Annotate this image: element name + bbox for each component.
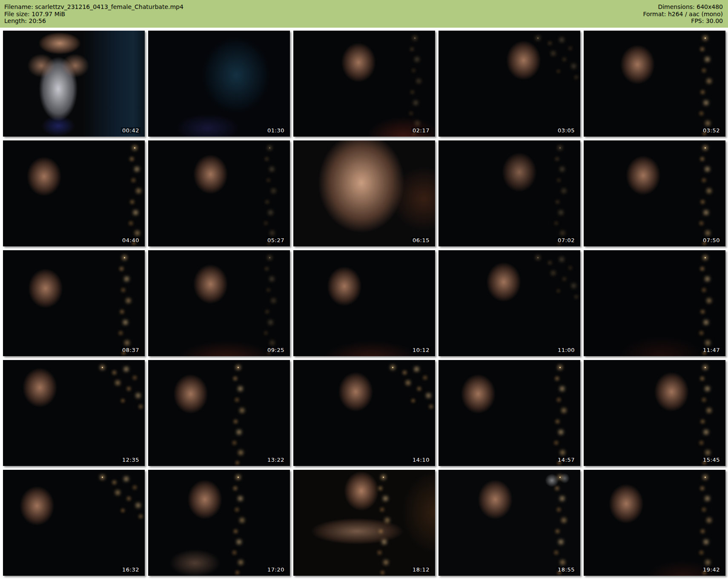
video-thumbnail: 01:30: [148, 31, 290, 137]
timestamp-label: 05:27: [266, 237, 286, 243]
timestamp-label: 00:42: [121, 127, 140, 134]
fps-label: FPS:: [691, 17, 704, 24]
video-thumbnail: 18:55: [439, 470, 580, 576]
timestamp-label: 19:42: [702, 566, 721, 573]
fps-row: FPS: 30.00: [643, 17, 723, 25]
timestamp-label: 12:35: [121, 457, 140, 463]
video-thumbnail: 13:22: [148, 360, 290, 466]
video-thumbnail: 07:02: [439, 140, 580, 246]
timestamp-label: 17:20: [266, 566, 286, 573]
dimensions-value: 640x480: [696, 3, 723, 10]
timestamp-label: 14:10: [411, 457, 431, 463]
video-thumbnail: 11:00: [439, 250, 580, 356]
timestamp-label: 11:47: [702, 347, 721, 353]
format-row: Format: h264 / aac (mono): [643, 11, 723, 18]
dimensions-label: Dimensions:: [658, 3, 694, 10]
video-thumbnail: 19:42: [584, 470, 725, 576]
video-thumbnail: 10:12: [293, 250, 435, 356]
timestamp-label: 14:57: [556, 457, 576, 463]
timestamp-label: 18:55: [556, 566, 576, 573]
video-thumbnail: 07:50: [584, 140, 725, 246]
timestamp-label: 04:40: [121, 237, 140, 243]
timestamp-label: 11:00: [556, 347, 576, 353]
video-thumbnail: 15:45: [584, 360, 725, 466]
timestamp-label: 02:17: [411, 127, 431, 134]
timestamp-label: 07:02: [556, 237, 576, 243]
video-thumbnail: 09:25: [148, 250, 290, 356]
timestamp-label: 08:37: [121, 347, 140, 353]
video-thumbnail: 18:12: [293, 470, 435, 576]
video-thumbnail: 12:35: [3, 360, 145, 466]
timestamp-label: 03:05: [556, 127, 576, 134]
timestamp-label: 18:12: [411, 566, 431, 573]
format-label: Format:: [643, 11, 666, 17]
video-thumbnail: 05:27: [148, 140, 290, 246]
video-thumbnail: 03:52: [584, 31, 725, 137]
timestamp-label: 07:50: [702, 237, 721, 243]
fps-value: 30.00: [706, 17, 723, 24]
timestamp-label: 01:30: [266, 127, 286, 134]
video-thumbnail: 03:05: [439, 31, 580, 137]
timestamp-label: 09:25: [266, 347, 286, 353]
video-thumbnail: 04:40: [3, 140, 145, 246]
video-thumbnail: 02:17: [293, 31, 435, 137]
filesize-row: File size: 107.97 MiB: [4, 11, 183, 18]
video-thumbnail: 17:20: [148, 470, 290, 576]
video-thumbnail: 06:15: [293, 140, 435, 246]
length-label: Length:: [4, 17, 27, 24]
timestamp-label: 16:32: [121, 566, 140, 573]
video-thumbnail: 11:47: [584, 250, 725, 356]
filesize-value: 107.97 MiB: [32, 11, 65, 17]
timestamp-label: 06:15: [411, 237, 431, 243]
video-thumbnail: 14:10: [293, 360, 435, 466]
file-info-header: Filename: scarlettzv_231216_0413_female_…: [0, 0, 728, 28]
video-thumbnail: 00:42: [3, 31, 145, 137]
file-info-left: Filename: scarlettzv_231216_0413_female_…: [4, 3, 183, 28]
file-info-right: Dimensions: 640x480 Format: h264 / aac (…: [643, 3, 723, 28]
timestamp-label: 15:45: [702, 457, 721, 463]
video-thumbnail: 16:32: [3, 470, 145, 576]
filename-label: Filename:: [4, 3, 33, 10]
filename-row: Filename: scarlettzv_231216_0413_female_…: [4, 3, 183, 11]
format-value: h264 / aac (mono): [668, 11, 723, 17]
timestamp-label: 03:52: [702, 127, 721, 134]
timestamp-label: 10:12: [411, 347, 431, 353]
video-thumbnail: 08:37: [3, 250, 145, 356]
dimensions-row: Dimensions: 640x480: [643, 3, 723, 11]
timestamp-label: 13:22: [266, 457, 286, 463]
length-value: 20:56: [29, 17, 46, 24]
filesize-label: File size:: [4, 11, 30, 17]
length-row: Length: 20:56: [4, 17, 183, 25]
filename-value: scarlettzv_231216_0413_female_Chaturbate…: [35, 3, 183, 10]
video-thumbnail: 14:57: [439, 360, 580, 466]
thumbnail-grid: 00:4201:3002:1703:0503:5204:4005:2706:15…: [0, 28, 728, 579]
